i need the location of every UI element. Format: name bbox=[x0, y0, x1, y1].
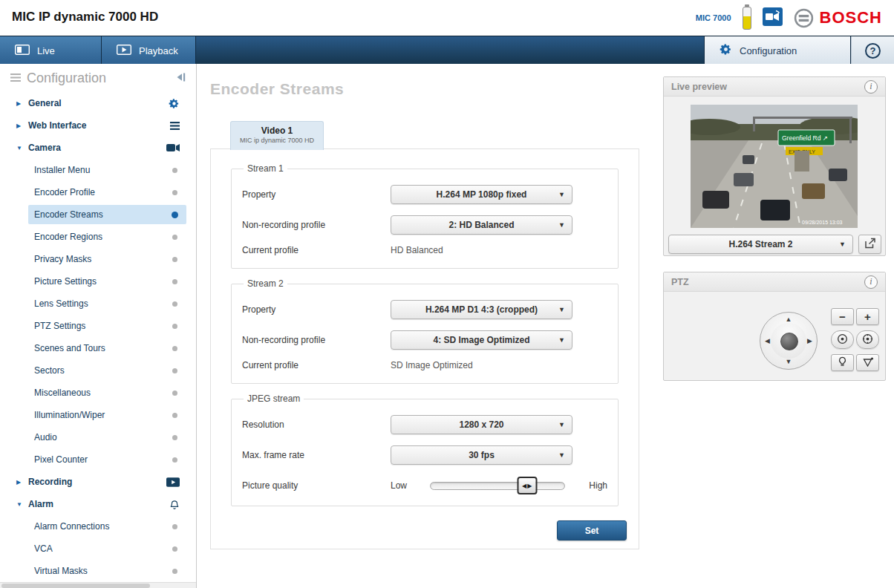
slider-track[interactable] bbox=[430, 482, 565, 490]
battery-icon bbox=[743, 7, 751, 30]
chevron-down-icon: ▼ bbox=[16, 501, 28, 508]
ptz-title: PTZ bbox=[671, 277, 689, 287]
picture-quality-slider[interactable]: ◀▶ bbox=[430, 477, 565, 494]
scrollbar-thumb[interactable] bbox=[1, 584, 150, 588]
info-icon[interactable]: i bbox=[864, 80, 878, 94]
zoom-out-button[interactable]: − bbox=[831, 308, 854, 325]
group-title: Stream 2 bbox=[244, 278, 287, 289]
sidebar-item-label: Encoder Profile bbox=[34, 187, 95, 197]
sidebar-item-alarm[interactable]: ▼ Alarm bbox=[0, 493, 196, 515]
jpeg-framerate-dropdown[interactable]: 30 fps ▼ bbox=[391, 445, 572, 465]
set-button[interactable]: Set bbox=[557, 520, 627, 540]
sidebar-item-general[interactable]: ▶ General bbox=[0, 92, 196, 114]
pan-up-arrow-icon[interactable]: ▲ bbox=[786, 316, 792, 323]
export-icon bbox=[864, 238, 876, 252]
slider-handle-glyph: ◀▶ bbox=[522, 483, 532, 489]
wiper-button[interactable] bbox=[856, 354, 879, 371]
stream1-property-dropdown[interactable]: H.264 MP 1080p fixed ▼ bbox=[391, 185, 572, 204]
joystick-knob[interactable] bbox=[780, 333, 798, 350]
sidebar-item-encoder-profile[interactable]: Encoder Profile bbox=[0, 181, 196, 203]
field-label: Resolution bbox=[242, 419, 391, 430]
ptz-panel: PTZ i ▲ ▼ ◀ ▶ − + bbox=[663, 272, 886, 381]
illumination-button[interactable] bbox=[831, 354, 854, 371]
status-dot bbox=[172, 301, 177, 307]
stream1-profile-dropdown[interactable]: 2: HD Balanced ▼ bbox=[391, 215, 572, 235]
help-button[interactable]: ? bbox=[851, 36, 894, 65]
bosch-logo: BOSCH bbox=[794, 8, 882, 28]
iris-icon bbox=[862, 333, 873, 347]
header-status-area: MIC 7000 BOSCH bbox=[696, 0, 882, 36]
sidebar-item-label: Encoder Streams bbox=[34, 209, 103, 220]
minus-icon: − bbox=[839, 310, 846, 323]
sidebar-item-illumination-wiper[interactable]: Illumination/Wiper bbox=[0, 404, 196, 426]
status-dot bbox=[172, 569, 177, 574]
slider-low-label: Low bbox=[391, 480, 430, 491]
sidebar-item-label: Camera bbox=[28, 143, 61, 153]
sidebar-item-installer-menu[interactable]: Installer Menu bbox=[0, 159, 196, 181]
sidebar-scrollbar[interactable] bbox=[0, 582, 196, 588]
sidebar-item-alarm-connections[interactable]: Alarm Connections bbox=[0, 515, 196, 538]
jpeg-stream-group: JPEG stream Resolution 1280 x 720 ▼ Max.… bbox=[231, 393, 619, 506]
quality-slider-handle[interactable]: ◀▶ bbox=[518, 477, 538, 494]
status-dot bbox=[172, 257, 177, 262]
sidebar-item-vca[interactable]: VCA bbox=[0, 538, 196, 560]
sidebar-item-pixel-counter[interactable]: Pixel Counter bbox=[0, 448, 196, 471]
jpeg-resolution-dropdown[interactable]: 1280 x 720 ▼ bbox=[391, 415, 572, 434]
tab-playback[interactable]: Playback bbox=[102, 36, 196, 65]
ptz-joystick-pad[interactable]: ▲ ▼ ◀ ▶ bbox=[760, 312, 818, 370]
sidebar-item-scenes-and-tours[interactable]: Scenes and Tours bbox=[0, 337, 196, 359]
bosch-anchor-icon bbox=[794, 8, 814, 28]
sidebar-item-web-interface[interactable]: ▶ Web Interface bbox=[0, 114, 196, 137]
sidebar-item-virtual-masks[interactable]: Virtual Masks bbox=[0, 560, 196, 582]
dropdown-value: H.264 Stream 2 bbox=[728, 239, 792, 249]
info-icon[interactable]: i bbox=[864, 275, 878, 289]
field-label: Non-recording profile bbox=[242, 335, 391, 345]
stream2-profile-dropdown[interactable]: 4: SD Image Optimized ▼ bbox=[391, 330, 572, 350]
sidebar-item-privacy-masks[interactable]: Privacy Masks bbox=[0, 248, 196, 270]
device-model-label: MIC 7000 bbox=[696, 13, 731, 22]
tab-configuration[interactable]: Configuration bbox=[704, 36, 851, 65]
sidebar-item-sectors[interactable]: Sectors bbox=[0, 359, 196, 382]
sidebar-item-encoder-regions[interactable]: Encoder Regions bbox=[0, 226, 196, 248]
sidebar-item-lens-settings[interactable]: Lens Settings bbox=[0, 293, 196, 315]
sidebar-item-encoder-streams[interactable]: Encoder Streams bbox=[0, 203, 196, 226]
sidebar-item-ptz-settings[interactable]: PTZ Settings bbox=[0, 315, 196, 337]
tab-live[interactable]: Live bbox=[0, 36, 102, 65]
status-dot bbox=[172, 524, 177, 529]
chevron-down-icon: ▼ bbox=[558, 336, 565, 344]
focus-near-button[interactable] bbox=[831, 330, 854, 349]
current-profile-value: SD Image Optimized bbox=[391, 360, 473, 370]
field-label: Max. frame rate bbox=[242, 450, 391, 460]
sidebar-item-miscellaneous[interactable]: Miscellaneous bbox=[0, 382, 196, 404]
sidebar-item-label: Scenes and Tours bbox=[34, 343, 105, 353]
stream2-current-row: Current profile SD Image Optimized bbox=[242, 358, 607, 373]
status-dot bbox=[172, 168, 177, 173]
pan-down-arrow-icon[interactable]: ▼ bbox=[786, 359, 792, 365]
live-preview-image: Greenfield Rd ↗ EXIT ONLY 09/28/2015 13:… bbox=[691, 105, 858, 228]
open-in-window-button[interactable] bbox=[858, 235, 881, 254]
field-label: Current profile bbox=[242, 245, 391, 255]
stream2-property-dropdown[interactable]: H.264 MP D1 4:3 (cropped) ▼ bbox=[391, 300, 572, 319]
zoom-in-button[interactable]: + bbox=[856, 308, 879, 325]
pan-right-arrow-icon[interactable]: ▶ bbox=[807, 338, 812, 344]
right-column: Live preview i bbox=[663, 64, 894, 588]
bell-icon bbox=[169, 499, 180, 510]
road-sign-text: Greenfield Rd ↗ bbox=[782, 134, 828, 142]
help-icon: ? bbox=[865, 43, 881, 59]
sidebar-item-camera[interactable]: ▼ Camera bbox=[0, 137, 196, 159]
pan-left-arrow-icon[interactable]: ◀ bbox=[765, 338, 770, 344]
lamp-icon bbox=[838, 356, 847, 370]
sidebar-item-audio[interactable]: Audio bbox=[0, 426, 196, 448]
plus-icon: + bbox=[864, 310, 871, 323]
device-title: MIC IP dynamic 7000 HD bbox=[12, 10, 158, 24]
sidebar-item-label: VCA bbox=[34, 543, 53, 554]
status-dot bbox=[172, 413, 177, 418]
preview-stream-dropdown[interactable]: H.264 Stream 2 ▼ bbox=[668, 235, 853, 254]
collapse-sidebar-icon[interactable] bbox=[175, 71, 186, 85]
sidebar-item-recording[interactable]: ▶ Recording bbox=[0, 471, 196, 493]
dropdown-value: H.264 MP D1 4:3 (cropped) bbox=[425, 304, 538, 315]
live-preview-title: Live preview bbox=[671, 82, 727, 92]
focus-far-button[interactable] bbox=[856, 330, 879, 349]
tab-video-1[interactable]: Video 1 MIC ip dynamic 7000 HD bbox=[230, 121, 324, 150]
sidebar-item-picture-settings[interactable]: Picture Settings bbox=[0, 270, 196, 293]
